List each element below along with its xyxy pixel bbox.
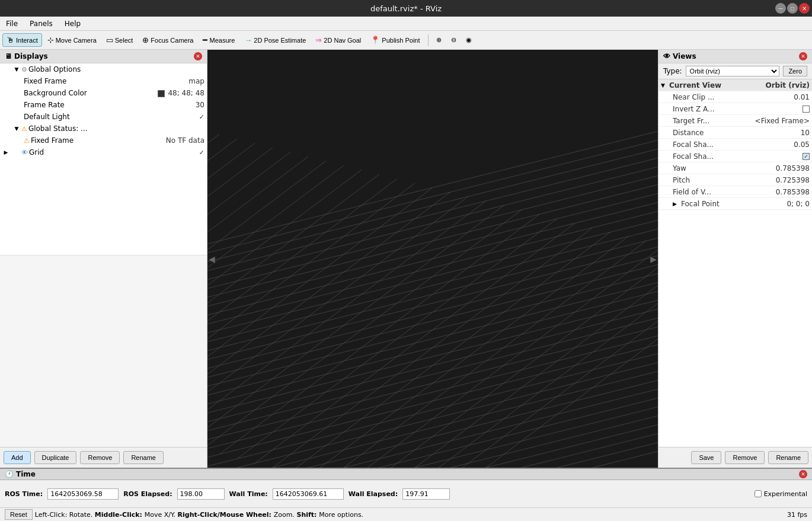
experimental-label: Experimental: [764, 490, 807, 498]
maximize-button[interactable]: □: [787, 3, 798, 14]
reset-button[interactable]: Reset: [5, 509, 33, 520]
3d-view-canvas[interactable]: [207, 50, 658, 468]
interact-icon: 🖱: [7, 36, 14, 44]
tool-interact[interactable]: 🖱 Interact: [2, 33, 42, 47]
fov-row[interactable]: Field of V... 0.785398: [658, 186, 812, 198]
tool-add-icon[interactable]: ⊕: [432, 34, 446, 46]
time-row: ROS Time: 1642053069.58 ROS Elapsed: 198…: [0, 480, 812, 507]
views-remove-button[interactable]: Remove: [725, 451, 765, 464]
views-icon: 👁: [663, 52, 670, 60]
tool-remove-icon[interactable]: ⊖: [447, 34, 461, 46]
focal-point-expand[interactable]: ▶: [673, 201, 681, 207]
status-fixed-frame-row[interactable]: ⚠ Fixed Frame No TF data: [0, 135, 207, 146]
views-type-select[interactable]: Orbit (rviz): [686, 66, 780, 76]
tool-extra-icon[interactable]: ◉: [462, 34, 476, 46]
experimental-checkbox[interactable]: [755, 490, 762, 497]
near-clip-value: 0.01: [794, 93, 810, 101]
target-frame-row[interactable]: Target Fr... <Fixed Frame>: [658, 115, 812, 127]
distance-value: 10: [801, 129, 810, 137]
current-view-expand[interactable]: ▼: [661, 82, 669, 88]
menu-help[interactable]: Help: [62, 18, 83, 29]
hint-middle-bold: Middle-Click:: [95, 511, 145, 519]
viewport-left-arrow[interactable]: ◀: [209, 254, 215, 264]
invert-z-cb[interactable]: [803, 106, 810, 113]
tool-2d-pose[interactable]: → 2D Pose Estimate: [240, 33, 310, 47]
minus-icon: ⊖: [451, 36, 456, 44]
remove-display-button[interactable]: Remove: [80, 451, 120, 464]
views-save-button[interactable]: Save: [691, 451, 721, 464]
views-rename-button[interactable]: Rename: [768, 451, 808, 464]
monitor-icon: 🖥: [5, 52, 12, 60]
tool-2d-nav-goal[interactable]: ⇒ 2D Nav Goal: [311, 33, 365, 47]
circle-icon: ◉: [466, 36, 472, 44]
duplicate-display-button[interactable]: Duplicate: [34, 451, 77, 464]
invert-z-row[interactable]: Invert Z A...: [658, 103, 812, 115]
grid-checkbox: ✓: [199, 149, 204, 156]
move-camera-icon: ⊹: [47, 36, 54, 44]
warning-icon: ⚠: [21, 125, 27, 133]
rename-display-button[interactable]: Rename: [123, 451, 164, 464]
focal-sha2-row[interactable]: Focal Sha... ✓: [658, 151, 812, 162]
views-zero-button[interactable]: Zero: [783, 66, 807, 76]
pitch-label: Pitch: [673, 176, 776, 184]
close-time-button[interactable]: ✕: [799, 470, 807, 478]
grid-row[interactable]: ▶ 👁 Grid ✓: [0, 146, 207, 158]
tool-publish-point[interactable]: 📍 Publish Point: [366, 33, 424, 47]
default-light-row[interactable]: Default Light ✓: [0, 111, 207, 123]
pitch-row[interactable]: Pitch 0.725398: [658, 174, 812, 186]
invert-z-checkbox: [803, 106, 810, 113]
displays-footer: Add Duplicate Remove Rename: [0, 447, 207, 468]
views-title: Views: [673, 52, 696, 60]
fov-value: 0.785398: [776, 188, 810, 196]
ros-time-label: ROS Time:: [5, 490, 43, 498]
near-clip-row[interactable]: Near Clip ... 0.01: [658, 91, 812, 103]
default-light-checkbox: ✓: [199, 113, 204, 121]
fixed-frame-row[interactable]: Fixed Frame map: [0, 75, 207, 87]
bottom-area: 🕐 Time ✕ ROS Time: 1642053069.58 ROS Ela…: [0, 468, 812, 521]
viewport[interactable]: ◀ ▶: [207, 50, 658, 468]
hint-left-click: Left-Click: Rotate. Middle-Click: Move X…: [35, 511, 363, 519]
displays-empty-area: [0, 255, 207, 447]
nav-goal-icon: ⇒: [315, 36, 322, 44]
tool-measure[interactable]: ━ Measure: [199, 33, 239, 47]
wall-elapsed-value: 197.91: [402, 488, 450, 500]
global-status-row[interactable]: ▼ ⚠ Global Status: ...: [0, 123, 207, 135]
current-view-type: Orbit (rviz): [765, 81, 810, 90]
grid-expand[interactable]: ▶: [2, 149, 9, 156]
displays-header: 🖥 Displays ✕: [0, 50, 207, 63]
hint-right-bold: Right-Click/Mouse Wheel:: [178, 511, 274, 519]
time-header: 🕐 Time ✕: [0, 469, 812, 480]
global-options-row[interactable]: ▼ ⚙ Global Options: [0, 63, 207, 75]
menu-panels[interactable]: Panels: [27, 18, 55, 29]
fixed-frame-label: Fixed Frame: [24, 77, 185, 85]
yaw-row[interactable]: Yaw 0.785398: [658, 162, 812, 174]
tool-focus-camera[interactable]: ⊕ Focus Camera: [138, 33, 197, 47]
current-view-label: Current View: [669, 81, 765, 90]
frame-rate-label: Frame Rate: [24, 101, 192, 109]
close-views-button[interactable]: ✕: [799, 52, 807, 60]
tool-select[interactable]: ▭ Select: [102, 33, 138, 47]
close-button[interactable]: ✕: [799, 3, 810, 14]
invert-z-label: Invert Z A...: [673, 105, 803, 113]
tool-move-camera[interactable]: ⊹ Move Camera: [43, 33, 101, 47]
frame-rate-row[interactable]: Frame Rate 30: [0, 99, 207, 111]
global-options-expand[interactable]: ▼: [13, 66, 20, 73]
viewport-right-arrow[interactable]: ▶: [650, 254, 657, 264]
focal-sha2-cb[interactable]: ✓: [803, 153, 810, 160]
target-frame-value: <Fixed Frame>: [755, 117, 810, 125]
status-fixed-frame-value: No TF data: [166, 136, 204, 145]
add-display-button[interactable]: Add: [4, 451, 31, 464]
background-color-row[interactable]: Background Color 48; 48; 48: [0, 87, 207, 99]
current-view-header[interactable]: ▼ Current View Orbit (rviz): [658, 79, 812, 91]
measure-icon: ━: [203, 36, 207, 44]
type-label: Type:: [663, 67, 682, 75]
focal-sha1-row[interactable]: Focal Sha... 0.05: [658, 139, 812, 151]
distance-row[interactable]: Distance 10: [658, 127, 812, 139]
menu-file[interactable]: File: [4, 18, 20, 29]
global-status-expand[interactable]: ▼: [13, 125, 20, 132]
close-displays-button[interactable]: ✕: [194, 52, 202, 60]
yaw-value: 0.785398: [776, 164, 810, 172]
views-type-row: Type: Orbit (rviz) Zero: [658, 63, 812, 79]
focal-point-row[interactable]: ▶ Focal Point 0; 0; 0: [658, 198, 812, 210]
minimize-button[interactable]: ─: [775, 3, 786, 14]
